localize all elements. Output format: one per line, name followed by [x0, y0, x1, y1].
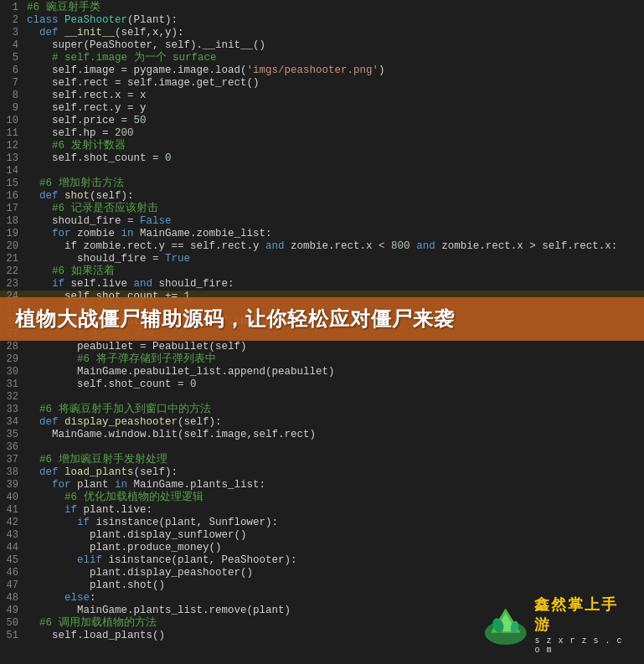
- code-line: 37 #6 增加豌豆射手发射处理: [0, 454, 644, 466]
- line-content: self.shot_count = 0: [27, 378, 644, 391]
- code-line: 39 for plant in MainGame.plants_list:: [0, 479, 644, 492]
- line-content: #6 增加豌豆射手发射处理: [27, 454, 644, 466]
- line-content: MainGame.peabullet_list.append(peabullet…: [27, 366, 644, 378]
- code-line: 21 should_fire = True: [0, 253, 644, 265]
- code-line: 45 elif isinstance(plant, PeaShooter):: [0, 554, 644, 567]
- line-content: peabullet = Peabullet(self): [27, 341, 644, 353]
- code-line: 13 self.shot_count = 0: [0, 152, 644, 165]
- code-line: 12 #6 发射计数器: [0, 140, 644, 152]
- line-content: def display_peashooter(self):: [27, 416, 644, 429]
- line-content: # self.image 为一个 surface: [27, 52, 644, 64]
- line-number: 2: [0, 14, 27, 27]
- line-number: 33: [0, 404, 27, 416]
- line-number: 14: [0, 165, 27, 178]
- line-number: 35: [0, 429, 27, 441]
- line-number: 37: [0, 454, 27, 466]
- code-line: 2class PeaShooter(Plant):: [0, 14, 644, 27]
- line-content: for plant in MainGame.plants_list:: [27, 479, 644, 492]
- code-line: 35 MainGame.window.blit(self.image,self.…: [0, 429, 644, 441]
- code-line: 11 self.hp = 200: [0, 127, 644, 140]
- line-number: 4: [0, 39, 27, 52]
- line-content: #6 记录是否应该射击: [27, 203, 644, 215]
- logo-chinese: 鑫然掌上手游: [534, 595, 634, 635]
- line-content: if isinstance(plant, Sunflower):: [27, 517, 644, 529]
- line-content: plant.produce_money(): [27, 542, 644, 554]
- code-line: 23 if self.live and should_fire:: [0, 278, 644, 291]
- banner: 植物大战僵尸辅助源码，让你轻松应对僵尸来袭: [0, 297, 644, 341]
- line-number: 51: [0, 630, 27, 642]
- code-line: 42 if isinstance(plant, Sunflower):: [0, 517, 644, 529]
- code-line: 8 self.rect.x = x: [0, 90, 644, 102]
- line-content: super(PeaShooter, self).__init__(): [27, 39, 644, 52]
- line-number: 13: [0, 152, 27, 165]
- line-content: #6 增加射击方法: [27, 178, 644, 190]
- line-content: self.shot_count = 0: [27, 152, 644, 165]
- line-number: 32: [0, 391, 27, 404]
- code-line: 30 MainGame.peabullet_list.append(peabul…: [0, 366, 644, 378]
- code-line: 19 for zombie in MainGame.zombie_list:: [0, 228, 644, 240]
- line-number: 11: [0, 127, 27, 140]
- line-content: plant.display_peashooter(): [27, 567, 644, 579]
- line-number: 40: [0, 492, 27, 504]
- logo-icon: [483, 602, 528, 648]
- code-line: 43 plant.display_sunflower(): [0, 529, 644, 542]
- line-number: 34: [0, 416, 27, 429]
- code-line: 14: [0, 165, 644, 178]
- line-number: 47: [0, 579, 27, 592]
- code-line: 31 self.shot_count = 0: [0, 378, 644, 391]
- code-line: 22 #6 如果活着: [0, 265, 644, 278]
- line-content: #6 豌豆射手类: [27, 2, 644, 14]
- line-content: should_fire = False: [27, 215, 644, 228]
- line-number: 42: [0, 517, 27, 529]
- line-content: if plant.live:: [27, 504, 644, 517]
- code-line: 36: [0, 441, 644, 454]
- line-number: 50: [0, 617, 27, 630]
- line-number: 5: [0, 52, 27, 64]
- code-line: 47 plant.shot(): [0, 579, 644, 592]
- code-line: 15 #6 增加射击方法: [0, 178, 644, 190]
- line-content: should_fire = True: [27, 253, 644, 265]
- line-content: #6 优化加载植物的处理逻辑: [27, 492, 644, 504]
- code-line: 41 if plant.live:: [0, 504, 644, 517]
- line-content: #6 如果活着: [27, 265, 644, 278]
- line-number: 22: [0, 265, 27, 278]
- line-content: self.rect.x = x: [27, 90, 644, 102]
- code-line: 44 plant.produce_money(): [0, 542, 644, 554]
- line-number: 28: [0, 341, 27, 353]
- line-number: 39: [0, 479, 27, 492]
- code-line: 16 def shot(self):: [0, 190, 644, 203]
- line-number: 9: [0, 102, 27, 115]
- line-number: 41: [0, 504, 27, 517]
- line-content: if self.live and should_fire:: [27, 278, 644, 291]
- code-line: 10 self.price = 50: [0, 115, 644, 127]
- code-line: 28 peabullet = Peabullet(self): [0, 341, 644, 353]
- line-number: 43: [0, 529, 27, 542]
- code-line: 18 should_fire = False: [0, 215, 644, 228]
- line-number: 36: [0, 441, 27, 454]
- line-content: MainGame.window.blit(self.image,self.rec…: [27, 429, 644, 441]
- code-line: 6 self.image = pygame.image.load('imgs/p…: [0, 64, 644, 77]
- code-line: 9 self.rect.y = y: [0, 102, 644, 115]
- line-number: 46: [0, 567, 27, 579]
- line-number: 12: [0, 140, 27, 152]
- line-content: self.rect.y = y: [27, 102, 644, 115]
- code-line: 38 def load_plants(self):: [0, 466, 644, 479]
- code-line: 4 super(PeaShooter, self).__init__(): [0, 39, 644, 52]
- line-number: 17: [0, 203, 27, 215]
- code-line: 17 #6 记录是否应该射击: [0, 203, 644, 215]
- banner-text: 植物大战僵尸辅助源码，让你轻松应对僵尸来袭: [15, 306, 455, 332]
- line-content: #6 将子弹存储到子弹列表中: [27, 353, 644, 366]
- line-number: 38: [0, 466, 27, 479]
- line-number: 18: [0, 215, 27, 228]
- line-content: self.hp = 200: [27, 127, 644, 140]
- line-number: 3: [0, 27, 27, 39]
- line-number: 16: [0, 190, 27, 203]
- line-content: self.image = pygame.image.load('imgs/pea…: [27, 64, 644, 77]
- line-content: self.price = 50: [27, 115, 644, 127]
- code-line: 33 #6 将豌豆射手加入到窗口中的方法: [0, 404, 644, 416]
- logo-pinyin: s z x r z s . c o m: [534, 636, 634, 655]
- line-number: 49: [0, 605, 27, 617]
- line-number: 21: [0, 253, 27, 265]
- line-number: 8: [0, 90, 27, 102]
- line-content: elif isinstance(plant, PeaShooter):: [27, 554, 644, 567]
